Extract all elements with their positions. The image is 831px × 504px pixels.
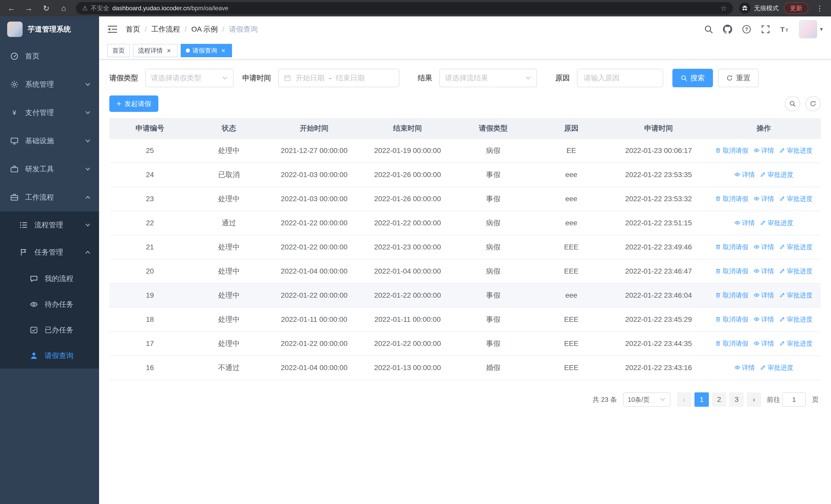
prev-page-button[interactable]: ‹ <box>677 392 691 407</box>
sidebar-item-todo-tasks[interactable]: 待办任务 <box>0 292 99 317</box>
progress-action-link[interactable]: 审批进度 <box>779 315 812 324</box>
progress-action-link[interactable]: 审批进度 <box>760 219 793 227</box>
github-icon[interactable] <box>723 25 732 34</box>
sidebar-item-payment[interactable]: ¥支付管理 <box>0 98 99 127</box>
next-page-button[interactable]: › <box>747 392 761 407</box>
table-row: 16不通过2022-01-04 00:00:002022-01-13 00:00… <box>109 356 821 380</box>
progress-action-link[interactable]: 审批进度 <box>760 170 793 179</box>
cancel-action-link[interactable]: 取消请假 <box>715 267 748 275</box>
browser-menu-icon[interactable]: ⋮ <box>813 2 826 14</box>
user-avatar[interactable]: ▾ <box>799 20 823 38</box>
cancel-action-link[interactable]: 取消请假 <box>715 315 748 324</box>
sidebar-item-home[interactable]: 首页 <box>0 42 99 70</box>
sidebar-item-task-manage[interactable]: 任务管理 <box>0 239 99 266</box>
progress-action-link[interactable]: 审批进度 <box>760 363 793 372</box>
sidebar-item-infrastructure[interactable]: 基础设施 <box>0 127 99 155</box>
detail-action-link[interactable]: 详情 <box>734 219 755 227</box>
chevron-down-icon <box>85 222 91 228</box>
sidebar-toggle-icon[interactable] <box>107 25 118 34</box>
tab-process-detail[interactable]: 流程详情× <box>133 44 178 57</box>
cell-end_time: 2022-01-23 00:00:00 <box>361 235 454 259</box>
sidebar-item-devtools[interactable]: 研发工具 <box>0 155 99 183</box>
reload-icon[interactable]: ↻ <box>40 2 52 14</box>
cell-actions: 详情审批进度 <box>707 211 821 235</box>
font-size-icon[interactable]: TT <box>780 25 789 34</box>
refresh-icon <box>726 75 733 81</box>
update-button[interactable]: 更新 <box>784 3 808 14</box>
reason-input[interactable] <box>577 69 663 87</box>
progress-action-link[interactable]: 审批进度 <box>779 243 812 251</box>
close-tab-icon[interactable]: × <box>220 47 227 54</box>
detail-action-link[interactable]: 详情 <box>753 315 774 324</box>
column-header: 状态 <box>191 118 267 139</box>
progress-action-link[interactable]: 审批进度 <box>779 146 812 155</box>
sidebar-item-workflow[interactable]: 工作流程 <box>0 183 99 211</box>
sidebar-item-system[interactable]: 系统管理 <box>0 70 99 98</box>
svg-text:T: T <box>785 28 788 33</box>
cell-apply_time: 2022-01-22 23:45:29 <box>610 307 707 331</box>
sidebar-item-label: 请假查询 <box>45 351 74 360</box>
cell-status: 已取消 <box>191 163 267 187</box>
home-icon[interactable]: ⌂ <box>57 2 70 14</box>
refresh-table-button[interactable] <box>805 96 821 111</box>
sidebar-item-my-process[interactable]: 我的流程 <box>0 266 99 292</box>
cancel-action-link[interactable]: 取消请假 <box>715 291 748 299</box>
calendar-icon <box>284 75 291 82</box>
progress-action-link[interactable]: 审批进度 <box>779 267 812 275</box>
page-button-3[interactable]: 3 <box>729 392 744 407</box>
help-icon[interactable]: ? <box>742 25 751 34</box>
total-count: 共 23 条 <box>593 395 617 404</box>
toggle-search-button[interactable] <box>785 96 800 111</box>
cancel-action-link[interactable]: 取消请假 <box>715 195 748 203</box>
back-icon[interactable]: ← <box>5 2 18 14</box>
tab-home[interactable]: 首页 <box>107 44 130 57</box>
close-tab-icon[interactable]: × <box>165 47 172 54</box>
page-size-value: 10条/页 <box>628 395 657 404</box>
sidebar-item-done-tasks[interactable]: 已办任务 <box>0 317 99 343</box>
detail-action-link[interactable]: 详情 <box>753 195 774 203</box>
cell-reason: eee <box>532 283 610 307</box>
result-select[interactable]: 请选择流结果 <box>439 69 537 87</box>
create-leave-button[interactable]: + 发起请假 <box>109 95 159 112</box>
sidebar-item-process-manage[interactable]: 流程管理 <box>0 211 99 239</box>
goto-page-input[interactable] <box>782 392 806 407</box>
forward-icon[interactable]: → <box>23 2 35 14</box>
pencil-icon <box>779 147 785 153</box>
fullscreen-icon[interactable] <box>761 25 770 34</box>
progress-action-link[interactable]: 审批进度 <box>779 291 812 299</box>
apply-time-range-picker[interactable]: 开始日期 - 结束日期 <box>278 69 399 87</box>
cancel-action-link[interactable]: 取消请假 <box>715 243 748 251</box>
detail-action-link[interactable]: 详情 <box>753 243 774 251</box>
tab-leave-query[interactable]: 请假查询× <box>181 44 232 57</box>
reset-button[interactable]: 重置 <box>718 69 758 87</box>
detail-action-link[interactable]: 详情 <box>734 170 755 179</box>
bookmark-star-icon[interactable]: ☆ <box>720 4 727 12</box>
breadcrumb-item[interactable]: OA 示例 <box>192 24 218 34</box>
page-button-1[interactable]: 1 <box>694 392 709 407</box>
cell-id: 19 <box>109 283 191 307</box>
cell-id: 16 <box>109 356 191 380</box>
app-logo[interactable]: 芋道管理系统 <box>0 17 99 42</box>
cancel-action-link[interactable]: 取消请假 <box>715 339 748 348</box>
search-button[interactable]: 搜索 <box>672 69 713 87</box>
detail-action-link[interactable]: 详情 <box>753 339 774 348</box>
cancel-action-link[interactable]: 取消请假 <box>715 146 748 155</box>
svg-text:¥: ¥ <box>12 109 17 117</box>
tags-bar: 首页流程详情×请假查询× <box>99 42 831 60</box>
sidebar-item-leave-query[interactable]: 请假查询 <box>0 343 99 368</box>
detail-action-link[interactable]: 详情 <box>734 363 755 372</box>
leave-type-select[interactable]: 请选择请假类型 <box>145 69 233 87</box>
header-search-icon[interactable] <box>704 25 713 34</box>
progress-action-link[interactable]: 审批进度 <box>779 195 812 203</box>
pencil-icon <box>779 244 785 250</box>
progress-action-link[interactable]: 审批进度 <box>779 339 812 348</box>
page-button-2[interactable]: 2 <box>712 392 726 407</box>
url-bar[interactable]: ⚠ 不安全 dashboard.yudao.iocoder.cn/bpm/oa/… <box>76 2 733 14</box>
detail-action-link[interactable]: 详情 <box>753 267 774 275</box>
detail-action-link[interactable]: 详情 <box>753 291 774 299</box>
breadcrumb-item[interactable]: 首页 <box>126 24 140 34</box>
detail-action-link[interactable]: 详情 <box>753 146 774 155</box>
cell-id: 22 <box>109 211 191 235</box>
page-size-select[interactable]: 10条/页 <box>623 392 670 407</box>
breadcrumb-item[interactable]: 工作流程 <box>151 24 180 34</box>
